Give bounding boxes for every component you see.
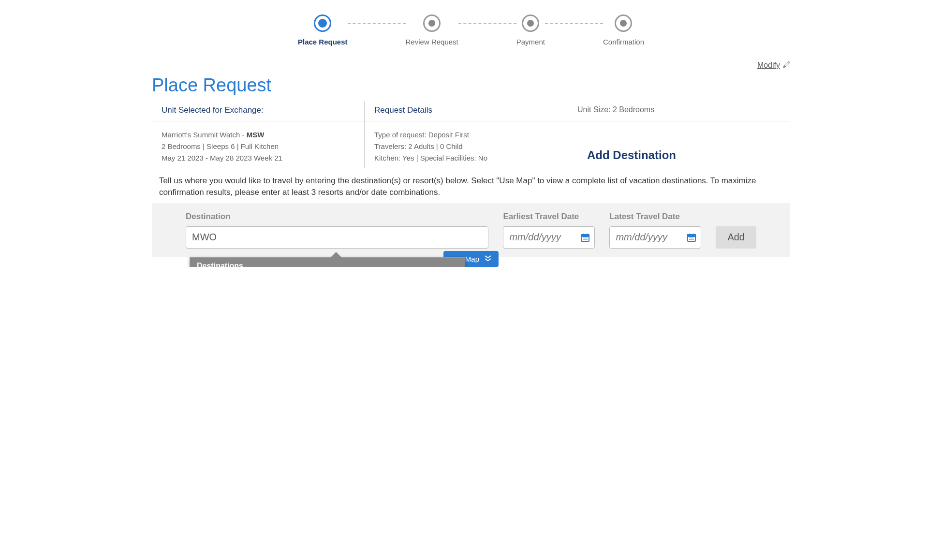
resort-name: Marriott's Summit Watch -	[162, 131, 247, 139]
step-circle-icon	[423, 15, 441, 32]
step-circle-icon	[522, 15, 539, 32]
step-connector	[545, 23, 603, 24]
details-body: Marriott's Summit Watch - MSW 2 Bedrooms…	[152, 121, 790, 168]
search-panel: Destination Earliest Travel Date Latest …	[152, 203, 790, 257]
earliest-date-field-group: Earliest Travel Date	[503, 212, 595, 249]
earliest-date-input[interactable]	[503, 226, 595, 249]
destination-label: Destination	[186, 212, 488, 221]
latest-date-input[interactable]	[609, 226, 701, 249]
chevron-down-double-icon	[484, 255, 492, 263]
resort-name-line: Marriott's Summit Watch - MSW	[162, 129, 354, 141]
add-button[interactable]: Add	[716, 226, 756, 249]
request-details-body: Type of request: Deposit First Travelers…	[365, 121, 577, 168]
destination-field-group: Destination	[186, 212, 488, 249]
step-label: Payment	[516, 38, 545, 46]
latest-date-label: Latest Travel Date	[609, 212, 701, 221]
latest-date-field-group: Latest Travel Date	[609, 212, 701, 249]
request-details-heading: Request Details	[365, 102, 577, 121]
autocomplete-dropdown: Destinations Mahwah NJ USA Resorts Marri…	[190, 257, 465, 267]
request-type-line: Type of request: Deposit First	[374, 129, 568, 141]
travelers-line: Travelers: 2 Adults | 0 Child	[374, 141, 568, 152]
step-connector	[458, 23, 516, 24]
step-confirmation: Confirmation	[603, 15, 644, 46]
modify-link[interactable]: Modify	[757, 56, 790, 75]
step-label: Place Request	[298, 38, 348, 46]
step-payment: Payment	[516, 15, 545, 46]
step-connector	[348, 23, 406, 24]
step-circle-icon	[314, 15, 331, 32]
add-destination-col: Add Destination	[577, 121, 790, 168]
autocomplete-destinations-header: Destinations	[190, 258, 465, 267]
step-place-request: Place Request	[298, 15, 348, 46]
modify-link-label: Modify	[757, 61, 780, 70]
unit-selected-heading: Unit Selected for Exchange:	[152, 102, 365, 121]
destination-input[interactable]	[186, 226, 488, 249]
unit-size-label: Unit Size: 2 Bedrooms	[577, 102, 790, 121]
pencil-icon	[783, 61, 790, 70]
instructions-text: Tell us where you would like to travel b…	[159, 175, 783, 198]
page-title: Place Request	[152, 75, 790, 96]
resort-code: MSW	[247, 131, 265, 139]
progress-stepper: Place Request Review Request Payment Con…	[152, 15, 790, 46]
step-label: Review Request	[406, 38, 458, 46]
step-review-request: Review Request	[406, 15, 458, 46]
unit-size-line: 2 Bedrooms | Sleeps 6 | Full Kitchen	[162, 141, 354, 152]
kitchen-line: Kitchen: Yes | Special Facilities: No	[374, 152, 568, 164]
step-circle-icon	[615, 15, 632, 32]
unit-dates-line: May 21 2023 - May 28 2023 Week 21	[162, 152, 354, 164]
earliest-date-label: Earliest Travel Date	[503, 212, 595, 221]
details-headings: Unit Selected for Exchange: Request Deta…	[152, 102, 790, 121]
step-label: Confirmation	[603, 38, 644, 46]
add-destination-title: Add Destination	[587, 148, 780, 162]
unit-selected-body: Marriott's Summit Watch - MSW 2 Bedrooms…	[152, 121, 365, 168]
